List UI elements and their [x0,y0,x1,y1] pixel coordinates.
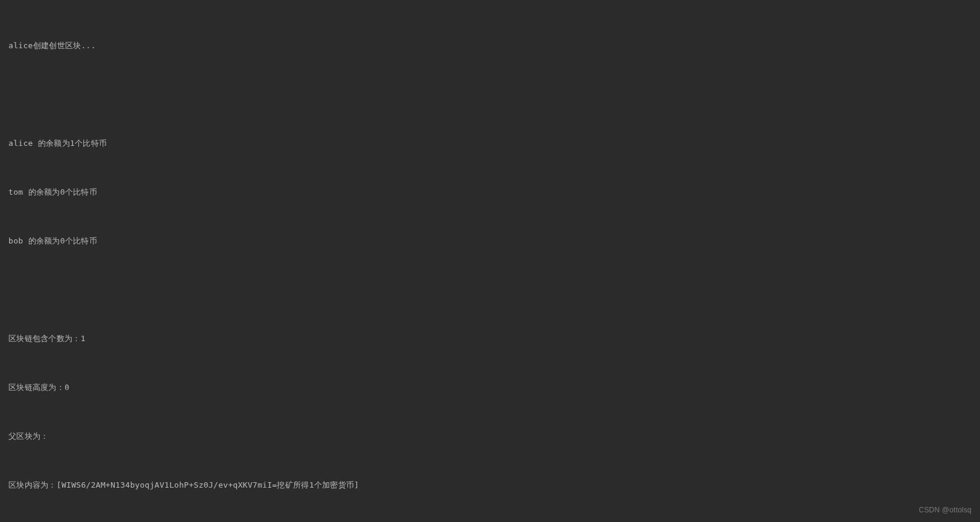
output-line: bob 的余额为0个比特币 [8,233,972,249]
output-line [8,281,972,298]
output-line [8,86,972,102]
output-line: 父区块为： [8,428,972,444]
output-line: 区块内容为：[WIWS6/2AM+N134byoqjAV1LohP+Sz0J/e… [8,477,972,493]
output-line: tom 的余额为0个比特币 [8,184,972,200]
watermark: CSDN @ottolsq [919,502,972,518]
output-line: alice 的余额为1个比特币 [8,135,972,151]
output-line: 区块链包含个数为：1 [8,330,972,347]
output-line: alice创建创世区块... [8,37,972,54]
output-line: 区块链高度为：0 [8,379,972,395]
terminal-output: alice创建创世区块... alice 的余额为1个比特币 tom 的余额为0… [8,5,972,522]
